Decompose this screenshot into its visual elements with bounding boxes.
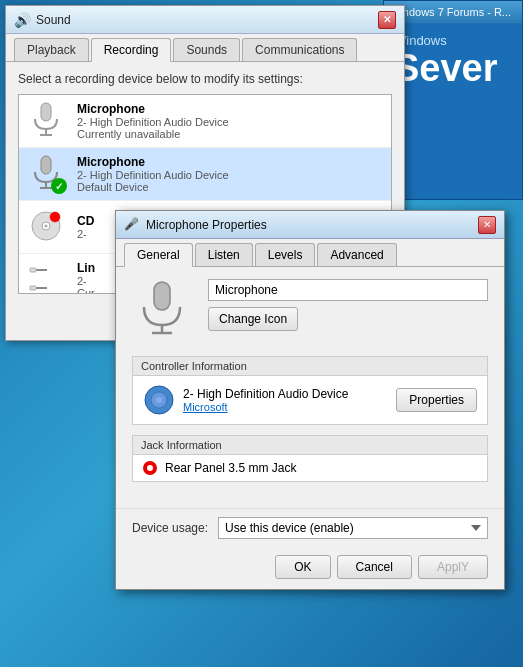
svg-rect-13 xyxy=(30,286,36,290)
device-name-input[interactable] xyxy=(208,279,488,301)
name-change-col: Change Icon xyxy=(208,279,488,331)
device-status-2: Default Device xyxy=(77,181,383,193)
controller-icon xyxy=(143,384,175,416)
device-icon-2: ✓ xyxy=(27,154,67,194)
bg-window-title: Windows 7 Forums - R... xyxy=(390,6,511,18)
controller-name-text: 2- High Definition Audio Device xyxy=(183,387,388,401)
microphone-properties-dialog: 🎤 Microphone Properties ✕ General Listen… xyxy=(115,210,505,590)
line-icon xyxy=(27,260,65,294)
sound-icon: 🔊 xyxy=(14,12,30,28)
mic-props-body: Change Icon Controller Information 2- H xyxy=(116,267,504,504)
device-usage-label: Device usage: xyxy=(132,521,208,535)
tab-playback[interactable]: Playback xyxy=(14,38,89,61)
jack-label: Rear Panel 3.5 mm Jack xyxy=(165,461,296,475)
dialog-footer: OK Cancel ApplY xyxy=(116,547,504,589)
controller-section-title: Controller Information xyxy=(133,357,487,376)
svg-rect-0 xyxy=(41,103,51,121)
mic-props-close-button[interactable]: ✕ xyxy=(478,216,496,234)
microphone-icon-1 xyxy=(27,101,65,139)
cd-icon xyxy=(27,207,65,245)
controller-section: Controller Information 2- High Definitio… xyxy=(132,356,488,425)
controller-svg xyxy=(143,384,175,416)
device-icon-4 xyxy=(27,260,67,294)
svg-rect-14 xyxy=(154,282,170,310)
controller-link[interactable]: Microsoft xyxy=(183,401,388,413)
change-icon-button[interactable]: Change Icon xyxy=(208,307,298,331)
device-status-1: Currently unavailable xyxy=(77,128,383,140)
device-icon-1 xyxy=(27,101,67,141)
controller-section-content: 2- High Definition Audio Device Microsof… xyxy=(133,376,487,424)
sound-body-label: Select a recording device below to modif… xyxy=(18,72,392,86)
apply-button[interactable]: ApplY xyxy=(418,555,488,579)
mic-tab-levels[interactable]: Levels xyxy=(255,243,316,266)
device-usage-select[interactable]: Use this device (enable)Don't use this d… xyxy=(218,517,488,539)
mic-props-titlebar: 🎤 Microphone Properties ✕ xyxy=(116,211,504,239)
jack-radio-icon xyxy=(143,461,157,475)
controller-info: 2- High Definition Audio Device Microsof… xyxy=(183,387,388,413)
tab-recording[interactable]: Recording xyxy=(91,38,172,62)
controller-row: 2- High Definition Audio Device Microsof… xyxy=(143,384,477,416)
sound-titlebar: 🔊 Sound ✕ xyxy=(6,6,404,34)
sound-close-button[interactable]: ✕ xyxy=(378,11,396,29)
tab-sounds[interactable]: Sounds xyxy=(173,38,240,61)
svg-rect-12 xyxy=(30,268,36,272)
device-usage-row: Device usage: Use this device (enable)Do… xyxy=(116,508,504,547)
cancel-button[interactable]: Cancel xyxy=(337,555,412,579)
sound-tabs: Playback Recording Sounds Communications xyxy=(6,34,404,62)
device-item-1[interactable]: Microphone 2- High Definition Audio Devi… xyxy=(19,95,391,148)
big-microphone-svg xyxy=(132,279,192,339)
bg-win-text2: Sever xyxy=(394,48,512,90)
ok-button[interactable]: OK xyxy=(275,555,330,579)
device-item-2[interactable]: ✓ Microphone 2- High Definition Audio De… xyxy=(19,148,391,201)
icon-name-row: Change Icon xyxy=(132,279,488,342)
mic-tab-general[interactable]: General xyxy=(124,243,193,267)
device-info-1: Microphone 2- High Definition Audio Devi… xyxy=(77,102,383,140)
default-check-icon: ✓ xyxy=(51,178,67,194)
jack-section: Jack Information Rear Panel 3.5 mm Jack xyxy=(132,435,488,482)
jack-row: Rear Panel 3.5 mm Jack xyxy=(133,455,487,481)
svg-point-9 xyxy=(50,212,60,222)
tab-communications[interactable]: Communications xyxy=(242,38,357,61)
big-mic-icon xyxy=(132,279,192,342)
device-name-1: Microphone xyxy=(77,102,383,116)
jack-section-title: Jack Information xyxy=(133,436,487,455)
device-sub-2: 2- High Definition Audio Device xyxy=(77,169,383,181)
mic-props-title: Microphone Properties xyxy=(146,218,478,232)
device-info-2: Microphone 2- High Definition Audio Devi… xyxy=(77,155,383,193)
bg-win-text1: Windows xyxy=(394,33,512,48)
svg-rect-3 xyxy=(41,156,51,174)
device-name-2: Microphone xyxy=(77,155,383,169)
svg-point-8 xyxy=(45,225,48,228)
device-sub-1: 2- High Definition Audio Device xyxy=(77,116,383,128)
mic-tab-listen[interactable]: Listen xyxy=(195,243,253,266)
controller-properties-button[interactable]: Properties xyxy=(396,388,477,412)
mic-tab-advanced[interactable]: Advanced xyxy=(317,243,396,266)
sound-title: Sound xyxy=(36,13,378,27)
svg-point-19 xyxy=(156,397,162,403)
mic-props-tabs: General Listen Levels Advanced xyxy=(116,239,504,267)
device-icon-3 xyxy=(27,207,67,247)
mic-props-icon: 🎤 xyxy=(124,217,140,233)
